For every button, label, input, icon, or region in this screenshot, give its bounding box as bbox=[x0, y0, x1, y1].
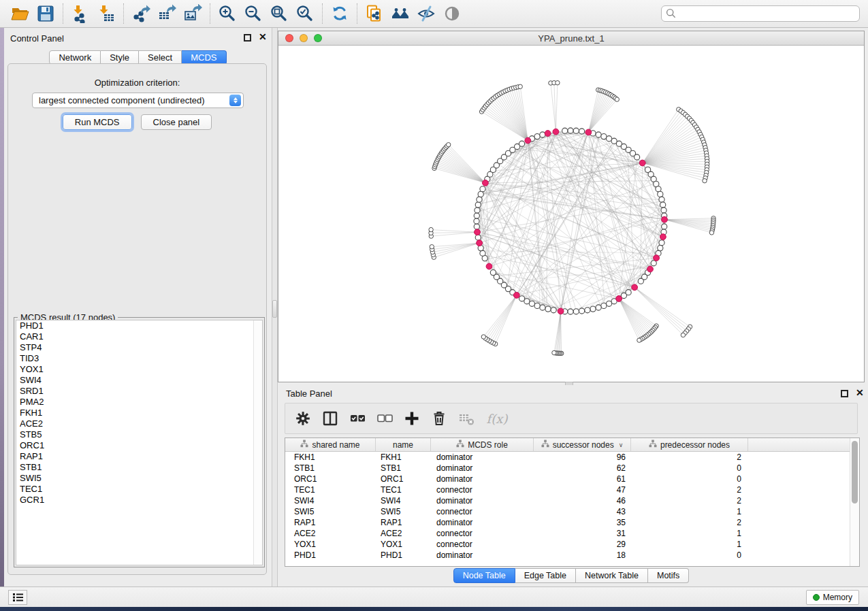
network-leaf-node[interactable] bbox=[552, 350, 556, 354]
tab-select[interactable]: Select bbox=[139, 50, 182, 65]
table-row[interactable]: ORC1ORC1dominator610 bbox=[285, 474, 850, 484]
network-node[interactable] bbox=[568, 309, 573, 314]
mcds-hub-node[interactable] bbox=[585, 129, 592, 135]
tab-mcds[interactable]: MCDS bbox=[182, 50, 226, 65]
network-node[interactable] bbox=[519, 296, 525, 301]
deselect-all-columns-icon[interactable] bbox=[375, 408, 393, 429]
network-node[interactable] bbox=[659, 240, 664, 246]
network-node[interactable] bbox=[573, 128, 579, 133]
vertical-splitter[interactable] bbox=[272, 28, 278, 587]
table-row[interactable]: PHD1PHD1dominator180 bbox=[285, 550, 850, 561]
close-panel-icon[interactable]: ✕ bbox=[259, 32, 267, 42]
mcds-hub-node[interactable] bbox=[525, 137, 531, 144]
network-node[interactable] bbox=[656, 186, 661, 192]
mcds-result-item[interactable]: ORC1 bbox=[16, 440, 262, 451]
network-node[interactable] bbox=[607, 136, 612, 142]
network-node[interactable] bbox=[568, 128, 573, 133]
network-node[interactable] bbox=[607, 301, 612, 306]
network-leaf-node[interactable] bbox=[556, 81, 560, 85]
table-row[interactable]: FKH1FKH1dominator962 bbox=[285, 452, 850, 463]
table-row[interactable]: TEC1TEC1connector472 bbox=[285, 484, 850, 495]
export-table-icon[interactable] bbox=[154, 2, 180, 25]
mcds-hub-node[interactable] bbox=[639, 160, 645, 166]
network-node[interactable] bbox=[658, 191, 663, 197]
column-header-shared-name[interactable]: shared name bbox=[285, 438, 376, 451]
close-panel-button[interactable]: Close panel bbox=[141, 114, 212, 130]
network-node[interactable] bbox=[478, 191, 483, 197]
table-row[interactable]: SWI4SWI4dominator462 bbox=[285, 495, 850, 506]
delete-column-icon[interactable] bbox=[430, 408, 448, 429]
add-column-icon[interactable] bbox=[402, 408, 421, 429]
network-node[interactable] bbox=[540, 132, 545, 137]
mcds-result-item[interactable]: TID3 bbox=[16, 353, 262, 364]
network-node[interactable] bbox=[579, 129, 585, 134]
network-node[interactable] bbox=[534, 303, 540, 308]
network-node[interactable] bbox=[661, 208, 666, 213]
mcds-result-item[interactable]: TEC1 bbox=[16, 484, 262, 495]
mcds-result-item[interactable]: FKH1 bbox=[16, 408, 262, 418]
import-network-icon[interactable] bbox=[67, 2, 93, 25]
mcds-hub-node[interactable] bbox=[660, 234, 666, 240]
column-layout-icon[interactable] bbox=[321, 408, 339, 429]
zoom-fit-icon[interactable] bbox=[266, 2, 292, 25]
table-scrollbar-thumb[interactable] bbox=[852, 441, 858, 503]
mcds-result-item[interactable]: SWI4 bbox=[16, 375, 262, 386]
network-node[interactable] bbox=[551, 308, 556, 313]
task-history-button[interactable] bbox=[8, 590, 27, 605]
table-settings-icon[interactable] bbox=[293, 408, 312, 429]
mcds-hub-node[interactable] bbox=[483, 180, 489, 186]
network-leaf-node[interactable] bbox=[430, 245, 434, 249]
optimization-criterion-select[interactable]: largest connected component (undirected) bbox=[32, 93, 244, 108]
zoom-selected-icon[interactable] bbox=[292, 2, 318, 25]
mcds-hub-node[interactable] bbox=[632, 284, 638, 291]
network-leaf-node[interactable] bbox=[709, 231, 713, 235]
mcds-hub-node[interactable] bbox=[558, 308, 564, 314]
tab-edge-table[interactable]: Edge Table bbox=[515, 568, 576, 583]
tab-network[interactable]: Network bbox=[49, 50, 101, 65]
network-node[interactable] bbox=[480, 186, 485, 192]
network-node[interactable] bbox=[474, 224, 479, 229]
run-mcds-button[interactable]: Run MCDS bbox=[63, 114, 132, 130]
column-header-successor-nodes[interactable]: successor nodes∨ bbox=[534, 438, 631, 451]
network-node[interactable] bbox=[601, 303, 607, 308]
network-node[interactable] bbox=[651, 261, 656, 266]
network-node[interactable] bbox=[579, 308, 585, 314]
network-node[interactable] bbox=[601, 134, 607, 139]
network-node[interactable] bbox=[475, 235, 481, 240]
network-node[interactable] bbox=[596, 132, 601, 137]
refresh-icon[interactable] bbox=[327, 2, 353, 25]
network-node[interactable] bbox=[573, 309, 579, 314]
network-node[interactable] bbox=[658, 246, 663, 251]
mcds-hub-node[interactable] bbox=[513, 293, 519, 299]
mcds-result-item[interactable]: SWI5 bbox=[16, 473, 262, 484]
close-table-panel-icon[interactable]: ✕ bbox=[856, 388, 864, 397]
tab-motifs[interactable]: Motifs bbox=[648, 568, 689, 583]
network-node[interactable] bbox=[662, 224, 667, 229]
network-node[interactable] bbox=[638, 278, 643, 284]
network-leaf-node[interactable] bbox=[518, 84, 522, 88]
tab-node-table[interactable]: Node Table bbox=[453, 568, 515, 583]
network-node[interactable] bbox=[474, 218, 479, 224]
memory-button[interactable]: Memory bbox=[806, 590, 859, 605]
float-table-panel-icon[interactable] bbox=[841, 390, 848, 397]
mcds-result-item[interactable]: RAP1 bbox=[16, 451, 262, 462]
network-node[interactable] bbox=[545, 306, 551, 312]
mcds-hub-node[interactable] bbox=[616, 296, 622, 302]
table-row[interactable]: STB1STB1dominator620 bbox=[285, 463, 850, 474]
binoculars-icon[interactable] bbox=[387, 2, 413, 25]
network-node[interactable] bbox=[475, 202, 481, 208]
open-file-icon[interactable] bbox=[7, 2, 33, 25]
network-leaf-node[interactable] bbox=[637, 338, 641, 342]
mcds-result-item[interactable]: STB5 bbox=[16, 429, 262, 440]
network-node[interactable] bbox=[477, 197, 482, 202]
network-node[interactable] bbox=[480, 250, 485, 256]
mcds-result-item[interactable]: PMA2 bbox=[16, 397, 262, 408]
zoom-in-icon[interactable] bbox=[214, 2, 240, 25]
mcds-result-item[interactable]: STP4 bbox=[16, 342, 262, 353]
mcds-hub-node[interactable] bbox=[486, 263, 492, 269]
float-panel-icon[interactable] bbox=[244, 34, 251, 42]
mcds-result-item[interactable]: STB1 bbox=[16, 462, 262, 473]
mcds-hub-node[interactable] bbox=[553, 129, 559, 135]
mcds-hub-node[interactable] bbox=[647, 266, 654, 272]
network-node[interactable] bbox=[659, 197, 664, 202]
